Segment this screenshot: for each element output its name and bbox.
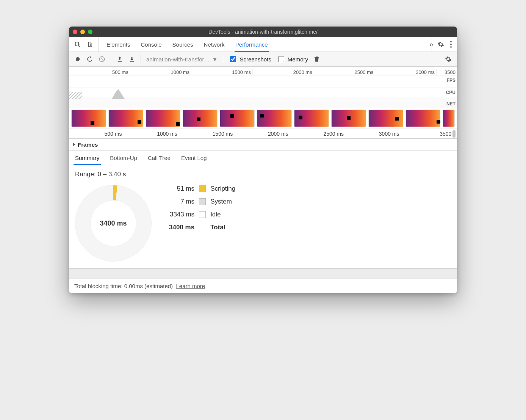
anim-box (197, 118, 200, 121)
screenshots-label: Screenshots (240, 56, 271, 63)
ruler-tick: 3000 ms (346, 131, 401, 137)
summary-legend: 51 msScripting7 msSystem3343 msIdle3400 … (169, 185, 235, 231)
memory-label: Memory (288, 56, 308, 63)
filmstrip-frame[interactable] (183, 110, 218, 127)
clear-icon[interactable] (99, 56, 105, 63)
devtools-window: DevTools - animation-with-transform.glit… (69, 27, 457, 293)
filmstrip-frame[interactable] (257, 110, 292, 127)
ruler-tick: 1000 ms (124, 131, 179, 137)
screenshots-checkbox[interactable]: Screenshots (229, 55, 271, 63)
legend-total-time: 3400 ms (169, 224, 194, 231)
filmstrip-frame[interactable] (71, 110, 106, 127)
tab-sources[interactable]: Sources (172, 37, 193, 52)
summary-panel: Range: 0 – 3.40 s 3400 ms 51 msScripting… (69, 165, 457, 268)
ruler-tick: 3500 (436, 69, 457, 75)
timeline-ruler[interactable]: 500 ms1000 ms1500 ms2000 ms2500 ms3000 m… (69, 129, 457, 139)
profile-select-label: animation-with-transfor… (146, 56, 210, 63)
anim-box (176, 122, 180, 126)
collect-garbage-icon[interactable] (313, 56, 320, 63)
legend-swatch (199, 211, 206, 218)
legend-time: 51 ms (169, 185, 194, 193)
range-label: Range: 0 – 3.40 s (75, 171, 451, 178)
memory-checkbox[interactable]: Memory (277, 55, 308, 63)
load-profile-icon[interactable] (116, 56, 123, 63)
record-icon[interactable] (74, 56, 81, 63)
ruler-tick: 2500 ms (291, 131, 346, 137)
screenshots-filmstrip[interactable] (69, 108, 457, 129)
anim-box (138, 120, 141, 124)
legend-total-label: Total (210, 224, 235, 231)
window-controls (73, 30, 92, 34)
anim-box (437, 120, 440, 124)
reload-icon[interactable] (86, 56, 93, 63)
legend-swatch (199, 198, 206, 205)
ruler-tick: 3500 r (402, 131, 457, 137)
capture-settings-icon[interactable] (445, 56, 452, 63)
expand-triangle-icon[interactable] (73, 143, 75, 146)
legend-time: 3343 ms (169, 211, 194, 218)
overview-lanes[interactable]: FPS CPU NET (69, 75, 457, 108)
filmstrip-frame[interactable] (368, 110, 403, 127)
filmstrip-frame[interactable] (331, 110, 366, 127)
details-subtabs: SummaryBottom-UpCall TreeEvent Log (69, 150, 457, 165)
anim-box (299, 116, 302, 119)
filmstrip-frame[interactable] (443, 110, 455, 127)
learn-more-link[interactable]: Learn more (176, 283, 205, 289)
anim-box (260, 114, 264, 118)
device-toggle-icon[interactable] (86, 41, 93, 48)
profile-select[interactable]: animation-with-transfor… ▼ (146, 56, 218, 63)
minimize-window-button[interactable] (80, 30, 85, 34)
donut-center-label: 3400 ms (90, 200, 136, 246)
ruler-tick: 2000 ms (235, 131, 290, 137)
resize-strip[interactable] (69, 268, 457, 279)
titlebar: DevTools - animation-with-transform.glit… (69, 27, 457, 37)
ruler-tick: 2500 ms (314, 69, 375, 75)
anim-box (91, 121, 94, 125)
summary-donut-chart: 3400 ms (75, 185, 151, 261)
legend-time: 7 ms (169, 198, 194, 205)
subtab-call-tree[interactable]: Call Tree (148, 150, 171, 165)
tab-console[interactable]: Console (141, 37, 162, 52)
anim-box (347, 116, 351, 120)
footer-bar: Total blocking time: 0.00ms (estimated) … (69, 279, 457, 293)
ruler-tick: 3000 ms (375, 69, 436, 75)
kebab-menu-icon[interactable] (450, 41, 452, 48)
filmstrip-frame[interactable] (108, 110, 143, 127)
tab-performance[interactable]: Performance (235, 37, 268, 52)
net-activity (69, 92, 82, 99)
ruler-tick: 500 ms (69, 69, 130, 75)
frames-label: Frames (78, 141, 98, 148)
overview-ruler[interactable]: 500 ms1000 ms1500 ms2000 ms2500 ms3000 m… (69, 67, 457, 75)
filmstrip-frame[interactable] (294, 110, 329, 127)
tab-network[interactable]: Network (204, 37, 225, 52)
legend-swatch (199, 185, 206, 192)
anim-box (230, 114, 234, 118)
blocking-time-text: Total blocking time: 0.00ms (estimated) (74, 283, 173, 289)
anim-box (395, 117, 399, 121)
legend-label: System (210, 198, 235, 205)
dropdown-caret-icon: ▼ (212, 56, 218, 63)
save-profile-icon[interactable] (128, 56, 135, 63)
ruler-tick: 2000 ms (252, 69, 314, 75)
subtab-bottom-up[interactable]: Bottom-Up (110, 150, 137, 165)
scrollbar-thumb[interactable] (452, 130, 456, 138)
overview-panel: 500 ms1000 ms1500 ms2000 ms2500 ms3000 m… (69, 67, 457, 129)
filmstrip-frame[interactable] (405, 110, 440, 127)
filmstrip-frame[interactable] (146, 110, 180, 127)
filmstrip-frame[interactable] (220, 110, 255, 127)
subtab-event-log[interactable]: Event Log (181, 150, 207, 165)
perf-toolbar: animation-with-transfor… ▼ Screenshots M… (69, 52, 457, 67)
cpu-activity-bump (112, 89, 125, 99)
inspect-element-icon[interactable] (74, 41, 81, 48)
main-tabstrip: ElementsConsoleSourcesNetworkPerformance… (69, 37, 457, 52)
subtab-summary[interactable]: Summary (75, 150, 99, 165)
settings-icon[interactable] (437, 41, 444, 48)
zoom-window-button[interactable] (88, 30, 92, 34)
close-window-button[interactable] (73, 30, 77, 34)
tab-elements[interactable]: Elements (106, 37, 130, 52)
frames-track-header[interactable]: Frames (69, 139, 457, 150)
ruler-tick: 500 ms (69, 131, 124, 137)
net-lane-label: NET (446, 101, 456, 107)
legend-label: Scripting (210, 185, 235, 193)
fps-lane-label: FPS (447, 78, 456, 83)
